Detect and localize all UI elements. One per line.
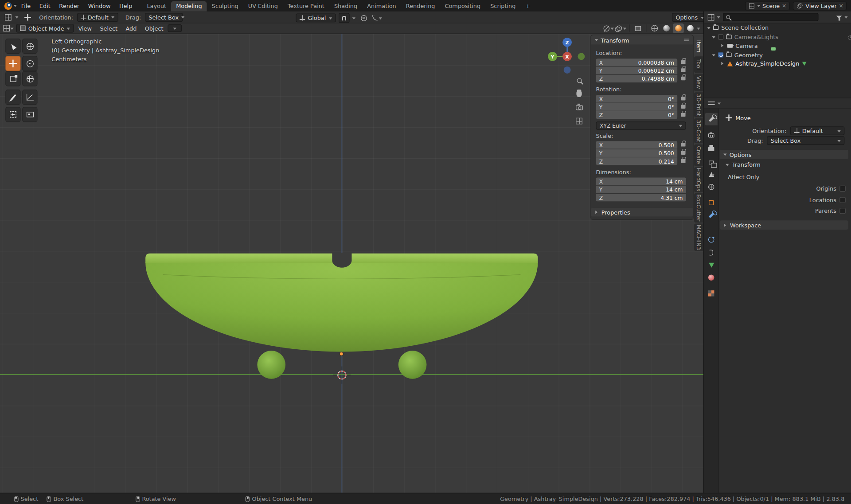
gizmo-toggle-button[interactable] [603,23,613,33]
sidebar-tab-create[interactable]: Create [694,145,703,166]
add-cube-tool[interactable] [5,107,20,122]
tab-scripting[interactable]: Scripting [485,1,520,11]
options-panel-header[interactable]: Options [720,150,848,159]
outliner-editor-caret-icon[interactable] [717,16,720,20]
tool-orientation-dropdown[interactable]: Default [790,126,844,135]
viewport-menu-add[interactable]: Add [122,23,141,33]
rotation-y-field[interactable]: Y0° [596,103,678,111]
location-y-field[interactable]: Y0.006012 cm [596,67,678,74]
outliner-editor-icon[interactable] [708,14,714,20]
lock-scale-y-icon[interactable] [681,151,686,155]
sidebar-tab-tool[interactable]: Tool [694,56,703,73]
parents-checkbox[interactable] [839,207,845,213]
gizmo-neg-y-ball[interactable] [578,53,585,60]
blender-logo-icon[interactable] [4,2,12,9]
cursor-tool[interactable] [22,39,37,54]
outliner-search-input[interactable] [723,13,819,21]
tab-layout[interactable]: Layout [142,1,171,11]
camera-view-button[interactable] [575,103,584,112]
tab-add-workspace[interactable]: + [520,1,535,11]
lock-location-y-icon[interactable] [681,68,686,72]
snap-toggle-button[interactable] [339,13,349,23]
disclosure-right-icon[interactable] [721,44,725,47]
tab-shading[interactable]: Shading [329,1,362,11]
properties-tab-physics[interactable] [705,234,718,246]
rotation-x-field[interactable]: X0° [596,95,678,102]
properties-tab-output[interactable] [705,143,718,155]
scene-selector[interactable]: Scene × [745,1,790,10]
lock-rotation-z-icon[interactable] [681,113,686,117]
viewport-editor-type-icon[interactable] [3,25,10,31]
rotation-z-field[interactable]: Z0° [596,111,678,119]
shading-material-button[interactable] [673,23,683,33]
transform-tool[interactable] [22,71,37,86]
filter-caret-icon[interactable] [844,16,847,20]
last-operator-dropdown[interactable] [168,24,182,32]
rotate-tool[interactable] [22,56,37,71]
collection-include-checkbox[interactable] [718,52,723,58]
transform-panel-header[interactable]: Transform [591,35,693,45]
properties-tab-tool[interactable] [705,113,718,125]
viewport-menu-object[interactable]: Object [141,23,167,33]
properties-tab-object[interactable] [705,196,718,209]
proportional-falloff-button[interactable] [372,13,383,23]
origins-checkbox[interactable] [839,185,845,191]
tool-drag-dropdown[interactable]: Select Box [767,136,844,145]
properties-tab-render[interactable] [705,129,718,141]
options-dropdown[interactable]: Options [672,13,707,22]
disclosure-down-icon[interactable] [707,27,710,31]
properties-tab-world[interactable] [705,181,718,193]
viewport-menu-view[interactable]: View [74,23,96,33]
lock-scale-z-icon[interactable] [681,159,686,163]
menu-help[interactable]: Help [115,0,137,12]
lock-rotation-y-icon[interactable] [681,105,686,109]
location-z-field[interactable]: Z0.74988 cm [596,75,678,82]
sidebar-tab-machin3[interactable]: MACHIN3 [694,223,703,250]
rotation-mode-dropdown[interactable]: XYZ Euler [596,121,686,129]
properties-tab-texture[interactable] [705,287,718,300]
orientation-dropdown[interactable]: Default [77,13,118,22]
drag-dropdown[interactable]: Select Box [145,13,183,22]
scale-tool[interactable] [5,71,20,86]
panel-menu-icon[interactable] [684,39,689,39]
properties-tab-material[interactable] [705,271,718,284]
outliner-row-ashtray[interactable]: Ashtray_SimpleDesign [721,59,799,68]
select-box-tool[interactable] [5,39,20,54]
properties-tab-view-layer[interactable] [705,156,718,169]
outliner-row-geometry[interactable]: Geometry [712,51,763,59]
sidebar-tab-3d-coat[interactable]: 3D-Coat [694,118,703,143]
scale-x-field[interactable]: X0.500 [596,141,678,148]
properties-editor-icon[interactable] [708,101,715,106]
disclosure-down-icon[interactable] [712,36,715,40]
location-x-field[interactable]: X0.000038 cm [596,59,678,66]
outliner-row-camera-lights[interactable]: Camera&Lights [712,32,778,41]
properties-editor-caret-icon[interactable] [718,102,721,106]
gizmo-neg-z-ball[interactable] [564,66,571,74]
tab-compositing[interactable]: Compositing [440,1,485,11]
tab-animation[interactable]: Animation [362,1,401,11]
sidebar-tab-view[interactable]: View [694,74,703,91]
filter-funnel-icon[interactable] [836,16,842,19]
perspective-toggle-button[interactable] [575,117,584,125]
disclosure-down-icon[interactable] [712,54,715,58]
navigation-gizmo[interactable]: Y Z X [548,38,585,74]
pan-button[interactable] [575,90,584,98]
move-tool[interactable] [5,56,20,71]
proportional-edit-button[interactable] [358,13,369,23]
editor-type-caret-icon[interactable] [15,16,18,20]
lock-location-x-icon[interactable] [681,60,686,64]
collection-exclude-checkbox[interactable] [718,34,723,39]
tab-sculpting[interactable]: Sculpting [207,1,243,11]
menu-file[interactable]: File [17,0,35,12]
dimensions-y-field[interactable]: Y14 cm [596,186,686,193]
transform-subpanel-header[interactable]: Transform [726,161,761,168]
lock-rotation-x-icon[interactable] [681,97,686,101]
sidebar-tab-boxcutter[interactable]: BoxCutter [694,193,703,223]
tab-texture-paint[interactable]: Texture Paint [283,1,329,11]
locations-checkbox[interactable] [839,197,845,203]
menu-render[interactable]: Render [55,0,84,12]
viewport-menu-select[interactable]: Select [96,23,121,33]
viewport-editor-caret-icon[interactable] [10,27,13,31]
properties-tab-scene[interactable] [705,168,718,181]
app-menu-caret-icon[interactable] [14,5,17,9]
